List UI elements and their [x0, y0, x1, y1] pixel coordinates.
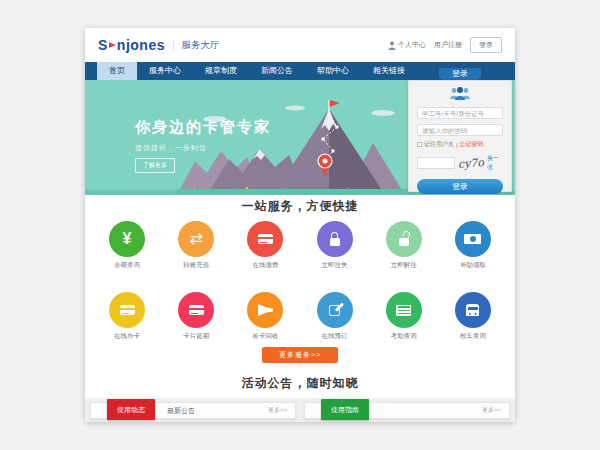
service-circle[interactable] [386, 292, 422, 328]
remember-row: 记住用户名 | 忘记密码 [417, 140, 503, 149]
service-circle[interactable] [386, 221, 422, 257]
announcement-panels: 使用动态 最新公告 更多>> 使用指南 更多>> [85, 398, 515, 422]
webpage: S njones | 服务大厅 个人中心 用户注册 登录 首页 服务中心 规章制… [85, 28, 515, 422]
service-label: 转账充值 [183, 261, 209, 270]
users-group-icon [417, 86, 503, 102]
announcements-title: 活动公告，随时知晓 [85, 375, 515, 392]
edit-icon [329, 305, 340, 316]
service-circle[interactable] [247, 221, 283, 257]
logo-separator: | [172, 40, 175, 51]
service-circle[interactable] [247, 292, 283, 328]
lock-icon [330, 238, 340, 246]
logo-text-suffix: njones [117, 37, 165, 53]
service-circle[interactable] [109, 221, 145, 257]
service-label: 在线办卡 [114, 332, 140, 341]
header-login-button[interactable]: 登录 [470, 37, 502, 53]
service-online-booking[interactable]: 在线预订 [303, 292, 367, 341]
service-circle[interactable] [178, 292, 214, 328]
hero-cta-button[interactable]: 了解更多 [135, 158, 175, 173]
password-input[interactable] [417, 124, 503, 136]
news-panel-header: 使用动态 最新公告 更多>> [90, 402, 296, 419]
hero-title: 你身边的卡管专家 [135, 118, 271, 137]
logo-text-prefix: S [98, 37, 108, 53]
bus-icon [466, 304, 479, 316]
captcha-image[interactable]: cy7o [458, 156, 485, 171]
service-circle[interactable] [317, 292, 353, 328]
service-schoolbus-query[interactable]: 校车查询 [441, 292, 505, 341]
service-card-extension[interactable]: 卡片延期 [164, 292, 228, 341]
captcha-refresh-link[interactable]: 换一张 [487, 154, 503, 172]
guide-panel-header: 使用指南 更多>> [304, 402, 510, 419]
nav-item-news[interactable]: 新闻公告 [249, 62, 305, 80]
username-input[interactable] [417, 107, 503, 119]
login-panel: 登录 记住用户名 | 忘记密码 cy7o 换一张 [408, 68, 512, 192]
nav-item-rules[interactable]: 规章制度 [193, 62, 249, 80]
captcha-row: cy7o 换一张 [417, 154, 503, 172]
remember-label: 记住用户名 [424, 140, 454, 149]
login-submit-button[interactable]: 登录 [417, 179, 503, 194]
service-circle[interactable] [109, 292, 145, 328]
personal-center-link[interactable]: 个人中心 [388, 40, 426, 50]
service-circle[interactable] [455, 292, 491, 328]
news-more-link[interactable]: 更多>> [268, 406, 287, 415]
usage-news-tab[interactable]: 使用动态 [107, 399, 155, 420]
service-report-loss[interactable]: 立即挂失 [303, 221, 367, 270]
header-right: 个人中心 用户注册 登录 [388, 37, 502, 53]
service-label: 余额查询 [114, 261, 140, 270]
usage-guide-tab[interactable]: 使用指南 [321, 399, 369, 420]
site-header: S njones | 服务大厅 个人中心 用户注册 登录 [85, 28, 515, 62]
yuan-icon [123, 231, 132, 247]
news-panel: 使用动态 最新公告 更多>> [90, 402, 296, 419]
logo-arrow-icon [109, 42, 116, 48]
services-row-2: 在线办卡 卡片延期 捡卡回收 在线预订 考勤查询 校车查询 [85, 292, 515, 341]
service-balance-query[interactable]: 余额查询 [95, 221, 159, 270]
service-label: 在线缴费 [252, 261, 278, 270]
latest-announcements-tab[interactable]: 最新公告 [167, 406, 195, 416]
service-label: 考勤查询 [391, 332, 417, 341]
service-cancel-loss[interactable]: 立即解挂 [372, 221, 436, 270]
service-card-recovery[interactable]: 捡卡回收 [233, 292, 297, 341]
services-title: 一站服务，方便快捷 [85, 198, 515, 215]
forgot-password-link[interactable]: 忘记密码 [460, 140, 484, 149]
services-section: 一站服务，方便快捷 余额查询 转账充值 在线缴费 立即挂失 立即解挂 [85, 195, 515, 363]
remember-checkbox[interactable] [417, 142, 422, 147]
announcements-section: 活动公告，随时知晓 使用动态 最新公告 更多>> 使用指南 更多>> [85, 375, 515, 422]
logo[interactable]: S njones | 服务大厅 [98, 37, 220, 53]
nav-item-help[interactable]: 帮助中心 [305, 62, 361, 80]
login-form: 记住用户名 | 忘记密码 cy7o 换一张 登录 [408, 80, 512, 192]
service-circle[interactable] [455, 221, 491, 257]
service-label: 捡卡回收 [252, 332, 278, 341]
service-subsidy-collect[interactable]: 补助领取 [441, 221, 505, 270]
register-link[interactable]: 用户注册 [434, 40, 462, 50]
attendance-table-icon [396, 305, 411, 316]
hero-text-block: 你身边的卡管专家 提供捷径，一步到位 了解更多 [135, 118, 271, 173]
nav-item-service-center[interactable]: 服务中心 [137, 62, 193, 80]
service-label: 立即挂失 [322, 261, 348, 270]
guide-panel: 使用指南 更多>> [304, 402, 510, 419]
service-circle[interactable] [178, 221, 214, 257]
more-services-button[interactable]: 更多服务>> [262, 347, 338, 363]
guide-more-link[interactable]: 更多>> [482, 406, 501, 415]
bank-card-icon [120, 305, 135, 315]
service-label: 在线预订 [322, 332, 348, 341]
megaphone-icon [258, 304, 273, 316]
service-online-card[interactable]: 在线办卡 [95, 292, 159, 341]
site-name: 服务大厅 [182, 39, 220, 52]
service-circle[interactable] [317, 221, 353, 257]
nav-item-home[interactable]: 首页 [97, 62, 137, 80]
service-label: 卡片延期 [183, 332, 209, 341]
service-label: 校车查询 [460, 332, 486, 341]
register-label: 用户注册 [434, 40, 462, 50]
personal-center-label: 个人中心 [398, 40, 426, 50]
remember-separator: | [456, 142, 458, 148]
service-label: 补助领取 [460, 261, 486, 270]
banknote-icon [464, 234, 481, 244]
service-attendance-query[interactable]: 考勤查询 [372, 292, 436, 341]
service-transfer-recharge[interactable]: 转账充值 [164, 221, 228, 270]
login-tab[interactable]: 登录 [439, 68, 481, 80]
service-online-payment[interactable]: 在线缴费 [233, 221, 297, 270]
transfer-arrows-icon [189, 231, 202, 247]
services-row-1: 余额查询 转账充值 在线缴费 立即挂失 立即解挂 补助领取 [85, 221, 515, 270]
captcha-input[interactable] [417, 157, 455, 169]
bank-card-icon [189, 305, 204, 315]
